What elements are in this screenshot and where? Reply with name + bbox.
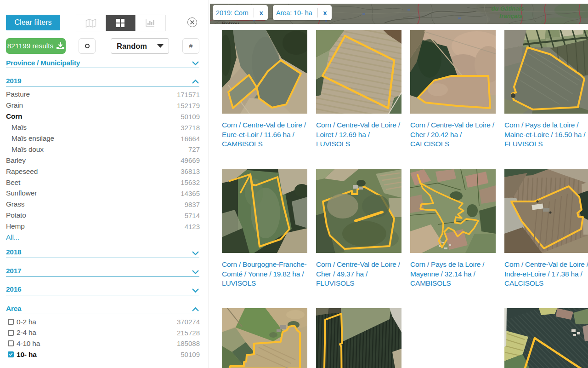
svg-text:Rotrou: Rotrou <box>222 21 239 24</box>
svg-text:français: français <box>499 12 522 19</box>
svg-text:du Gâtinais: du Gâtinais <box>492 5 524 12</box>
